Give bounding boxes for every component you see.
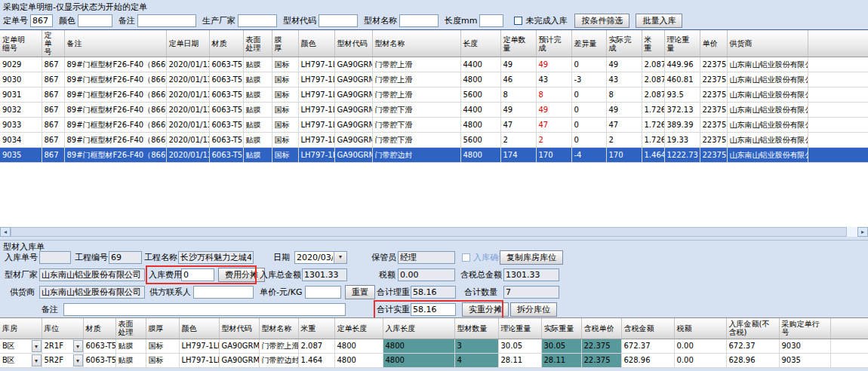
cell[interactable]: 4400	[460, 103, 500, 118]
cell[interactable]: 867	[42, 57, 64, 72]
cell[interactable]: 867	[42, 87, 64, 103]
remark-input[interactable]	[137, 14, 196, 27]
cell[interactable]: 43	[536, 72, 571, 87]
actual-weight-share-button[interactable]: 实重分摊	[462, 302, 509, 317]
cell[interactable]: 6063-T5	[83, 353, 115, 367]
column-header[interactable]: 采购定单行 号	[779, 318, 830, 339]
cell[interactable]: 22375	[700, 148, 727, 163]
cell[interactable]: 国标	[272, 118, 298, 133]
scroll-right-icon[interactable]: ▸	[857, 227, 868, 237]
cell[interactable]: 22375	[700, 103, 727, 118]
column-header[interactable]: 型材代码	[219, 318, 259, 339]
cell[interactable]	[808, 148, 868, 163]
cell[interactable]: 国标	[272, 57, 298, 72]
length-input[interactable]	[479, 14, 503, 27]
cell[interactable]: 46	[500, 72, 536, 87]
cell[interactable]: LH797-1LL0	[298, 87, 334, 103]
cell[interactable]: 国标	[272, 72, 298, 87]
table-row[interactable]: B区▾5R2F▾6063-T5贴膜国标LH797-1LL0GA90GRM05门带…	[0, 353, 868, 367]
cell[interactable]: GA90GRM03	[334, 87, 372, 103]
cell[interactable]: 170	[606, 148, 642, 163]
cell[interactable]: 2	[536, 133, 571, 148]
cell[interactable]: 89#门框型材F26-F40（866*867）	[64, 72, 166, 87]
column-header[interactable]: 型材名称	[372, 30, 460, 57]
cell[interactable]: 2R1F▾	[42, 339, 83, 353]
cell[interactable]	[830, 339, 868, 353]
cell[interactable]: 山东南山铝业股份有限公司	[727, 57, 808, 72]
unit-price-input[interactable]	[305, 286, 341, 299]
cell[interactable]: 门带腔边封	[259, 353, 298, 367]
scrollbar-thumb[interactable]	[11, 227, 847, 237]
cell[interactable]: 国标	[272, 103, 298, 118]
cell[interactable]: 22375	[700, 72, 727, 87]
cell[interactable]: 170	[536, 148, 571, 163]
cell[interactable]: 89#门框型材F26-F40（866*867）	[64, 103, 166, 118]
cell[interactable]: 山东南山铝业股份有限公司	[727, 72, 808, 87]
cell[interactable]: 1.464	[642, 148, 664, 163]
cell[interactable]: 2.087	[642, 72, 664, 87]
cell[interactable]: 国标	[272, 133, 298, 148]
cell[interactable]: 22.375	[581, 339, 621, 353]
total-with-tax-field[interactable]	[503, 268, 559, 281]
cell[interactable]: 门带腔下滑	[372, 103, 460, 118]
cell[interactable]: 山东南山铝业股份有限公司	[727, 133, 808, 148]
column-header[interactable]: 材质	[83, 318, 115, 339]
cell[interactable]: 5R2F▾	[42, 353, 83, 367]
dropdown-arrow-icon[interactable]: ▾	[73, 354, 83, 366]
cell[interactable]: 672.37	[726, 339, 779, 353]
cell[interactable]: 门带腔下滑	[372, 118, 460, 133]
cell[interactable]: 4800	[383, 339, 454, 353]
cell[interactable]: 国标	[146, 353, 179, 367]
column-header[interactable]: 定单日期	[166, 30, 209, 57]
filter-by-condition-button[interactable]: 按条件筛选	[574, 14, 629, 28]
cell[interactable]: GA90GRM05	[334, 148, 372, 163]
cell[interactable]: 89#门框型材F26-F40（866*867）	[64, 118, 166, 133]
column-header[interactable]: 表面 处理	[115, 318, 146, 339]
cell[interactable]: 89#门框型材F26-F40（866*867）	[64, 57, 166, 72]
cell[interactable]: 8	[606, 87, 642, 103]
cell[interactable]: 4800	[334, 353, 383, 367]
cell[interactable]: 贴膜	[243, 87, 272, 103]
profile-code-input[interactable]	[319, 14, 358, 27]
cell[interactable]: 28.11	[498, 353, 541, 367]
copy-location-button[interactable]: 复制库房库位	[500, 250, 563, 265]
cell[interactable]: 4800	[334, 339, 383, 353]
total-theory-field[interactable]	[411, 286, 456, 299]
cell[interactable]: 460.81	[664, 72, 700, 87]
column-header[interactable]: 税额	[674, 318, 726, 339]
notes-input[interactable]	[63, 303, 346, 316]
cell[interactable]: 49	[500, 103, 536, 118]
column-header[interactable]: 定单数 量	[500, 30, 536, 57]
manufacturer-input[interactable]	[238, 14, 277, 27]
cell[interactable]: 22375	[700, 87, 727, 103]
cell[interactable]: 9029	[0, 57, 42, 72]
cell[interactable]: 22375	[700, 57, 727, 72]
cell[interactable]: 47	[606, 118, 642, 133]
table-row[interactable]: 903586789#门框型材F26-F40（866*867）2020/01/13…	[0, 148, 868, 163]
cell[interactable]: LH797-1LL0	[179, 353, 219, 367]
receipt-no-field[interactable]	[39, 251, 71, 264]
cell[interactable]: 1.726	[642, 103, 664, 118]
cell[interactable]: 19.33	[664, 133, 700, 148]
table-row[interactable]: 902986789#门框型材F26-F40（866*867）2020/01/13…	[0, 57, 868, 72]
date-field[interactable]: ▾	[294, 251, 347, 264]
batch-inbound-button[interactable]: 批量入库	[636, 14, 682, 28]
cell[interactable]: 89#门框型材F26-F40（866*867）	[64, 87, 166, 103]
column-header[interactable]: 备注	[64, 30, 166, 57]
column-header[interactable]: 型材名称	[259, 318, 298, 339]
cell[interactable]: 2.087	[298, 339, 334, 353]
cell[interactable]: 867	[42, 133, 64, 148]
cell[interactable]: 9034	[0, 133, 42, 148]
cell[interactable]: 30.05	[498, 339, 541, 353]
horizontal-scrollbar[interactable]: ◂ ▸	[0, 227, 868, 237]
table-row[interactable]: 903486789#门框型材F26-F40（866*867）2020/01/13…	[0, 133, 868, 148]
cell[interactable]: 22375	[700, 133, 727, 148]
split-location-button[interactable]: 拆分库位	[510, 302, 557, 317]
table-row[interactable]: 903286789#门框型材F26-F40（866*867）2020/01/13…	[0, 103, 868, 118]
order-no-input[interactable]	[30, 14, 53, 27]
cell[interactable]: 49	[606, 103, 642, 118]
column-header[interactable]: 含税金额	[621, 318, 674, 339]
column-header[interactable]: 实际重量	[541, 318, 581, 339]
cell[interactable]: 89#门框型材F26-F40（866*867）	[64, 133, 166, 148]
cell[interactable]: GA90GRM05	[219, 353, 259, 367]
